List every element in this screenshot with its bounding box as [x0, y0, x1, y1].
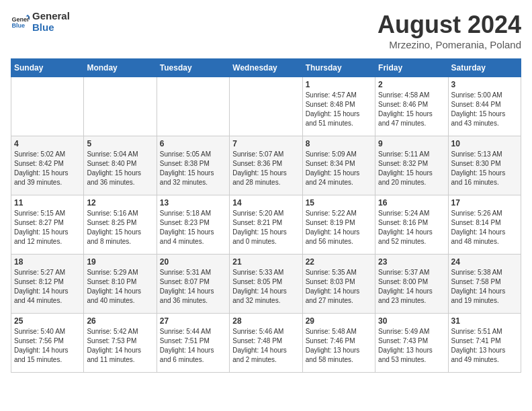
week-row-5: 25Sunrise: 5:40 AM Sunset: 7:56 PM Dayli… [11, 314, 521, 373]
day-number: 2 [378, 80, 445, 89]
day-number: 20 [160, 257, 226, 267]
day-detail: Sunrise: 5:05 AM Sunset: 8:38 PM Dayligh… [160, 150, 214, 186]
day-detail: Sunrise: 5:33 AM Sunset: 8:05 PM Dayligh… [232, 269, 287, 304]
day-number: 13 [160, 198, 226, 208]
week-row-4: 18Sunrise: 5:27 AM Sunset: 8:12 PM Dayli… [11, 255, 521, 314]
day-detail: Sunrise: 5:20 AM Sunset: 8:21 PM Dayligh… [232, 210, 287, 245]
day-number: 23 [378, 257, 445, 267]
calendar-cell: 22Sunrise: 5:35 AM Sunset: 8:03 PM Dayli… [302, 255, 375, 314]
calendar-cell: 15Sunrise: 5:22 AM Sunset: 8:19 PM Dayli… [302, 195, 375, 255]
day-number: 16 [378, 198, 445, 208]
calendar-cell: 27Sunrise: 5:44 AM Sunset: 7:51 PM Dayli… [157, 314, 229, 373]
day-number: 12 [87, 198, 153, 208]
day-detail: Sunrise: 5:44 AM Sunset: 7:51 PM Dayligh… [160, 328, 214, 363]
day-detail: Sunrise: 5:40 AM Sunset: 7:56 PM Dayligh… [14, 328, 69, 363]
day-number: 26 [87, 316, 153, 326]
day-detail: Sunrise: 5:07 AM Sunset: 8:36 PM Dayligh… [232, 150, 287, 186]
day-detail: Sunrise: 5:13 AM Sunset: 8:30 PM Dayligh… [451, 150, 506, 186]
day-detail: Sunrise: 5:15 AM Sunset: 8:27 PM Dayligh… [14, 210, 69, 245]
day-detail: Sunrise: 5:42 AM Sunset: 7:53 PM Dayligh… [87, 328, 141, 363]
day-header-friday: Friday [375, 59, 448, 77]
calendar-cell: 18Sunrise: 5:27 AM Sunset: 8:12 PM Dayli… [11, 255, 84, 314]
calendar-cell: 12Sunrise: 5:16 AM Sunset: 8:25 PM Dayli… [84, 195, 157, 255]
calendar-cell: 23Sunrise: 5:37 AM Sunset: 8:00 PM Dayli… [375, 255, 448, 314]
day-number: 28 [232, 316, 299, 326]
day-number: 17 [451, 198, 518, 208]
calendar-cell: 3Sunrise: 5:00 AM Sunset: 8:44 PM Daylig… [448, 77, 521, 136]
day-number: 27 [160, 316, 226, 326]
day-number: 22 [306, 257, 372, 267]
day-detail: Sunrise: 4:57 AM Sunset: 8:48 PM Dayligh… [306, 91, 360, 127]
day-detail: Sunrise: 5:00 AM Sunset: 8:44 PM Dayligh… [451, 91, 506, 127]
day-detail: Sunrise: 5:37 AM Sunset: 8:00 PM Dayligh… [378, 269, 433, 304]
calendar-cell: 21Sunrise: 5:33 AM Sunset: 8:05 PM Dayli… [230, 255, 302, 314]
calendar-cell: 9Sunrise: 5:11 AM Sunset: 8:32 PM Daylig… [375, 136, 448, 195]
day-number: 10 [451, 139, 518, 148]
week-row-3: 11Sunrise: 5:15 AM Sunset: 8:27 PM Dayli… [11, 195, 521, 255]
calendar-cell: 16Sunrise: 5:24 AM Sunset: 8:16 PM Dayli… [375, 195, 448, 255]
day-header-tuesday: Tuesday [157, 59, 229, 77]
day-detail: Sunrise: 5:04 AM Sunset: 8:40 PM Dayligh… [87, 150, 141, 186]
day-detail: Sunrise: 5:35 AM Sunset: 8:03 PM Dayligh… [306, 269, 360, 304]
day-number: 9 [378, 139, 445, 148]
calendar-cell: 30Sunrise: 5:49 AM Sunset: 7:43 PM Dayli… [375, 314, 448, 373]
logo-icon: General Blue [11, 13, 30, 32]
day-detail: Sunrise: 5:22 AM Sunset: 8:19 PM Dayligh… [306, 210, 360, 245]
calendar-cell: 26Sunrise: 5:42 AM Sunset: 7:53 PM Dayli… [84, 314, 157, 373]
calendar-cell [230, 77, 302, 136]
calendar-cell: 5Sunrise: 5:04 AM Sunset: 8:40 PM Daylig… [84, 136, 157, 195]
day-number: 8 [306, 139, 372, 148]
day-detail: Sunrise: 5:27 AM Sunset: 8:12 PM Dayligh… [14, 269, 69, 304]
calendar-cell: 20Sunrise: 5:31 AM Sunset: 8:07 PM Dayli… [157, 255, 229, 314]
main-title: August 2024 [378, 11, 521, 39]
day-detail: Sunrise: 5:24 AM Sunset: 8:16 PM Dayligh… [378, 210, 433, 245]
calendar-cell: 4Sunrise: 5:02 AM Sunset: 8:42 PM Daylig… [11, 136, 84, 195]
day-detail: Sunrise: 5:26 AM Sunset: 8:14 PM Dayligh… [451, 210, 506, 245]
day-number: 18 [14, 257, 81, 267]
day-detail: Sunrise: 5:09 AM Sunset: 8:34 PM Dayligh… [306, 150, 360, 186]
calendar-cell [157, 77, 229, 136]
day-number: 14 [232, 198, 299, 208]
day-number: 1 [306, 80, 372, 89]
day-header-saturday: Saturday [448, 59, 521, 77]
day-number: 6 [160, 139, 226, 148]
day-number: 25 [14, 316, 81, 326]
day-detail: Sunrise: 5:49 AM Sunset: 7:43 PM Dayligh… [378, 328, 433, 363]
day-number: 31 [451, 316, 518, 326]
calendar-cell: 2Sunrise: 4:58 AM Sunset: 8:46 PM Daylig… [375, 77, 448, 136]
day-detail: Sunrise: 5:51 AM Sunset: 7:41 PM Dayligh… [451, 328, 506, 363]
day-header-sunday: Sunday [11, 59, 84, 77]
days-header-row: SundayMondayTuesdayWednesdayThursdayFrid… [11, 59, 521, 77]
day-header-wednesday: Wednesday [230, 59, 302, 77]
calendar-cell: 17Sunrise: 5:26 AM Sunset: 8:14 PM Dayli… [448, 195, 521, 255]
calendar-cell [84, 77, 157, 136]
title-area: August 2024 Mrzezino, Pomerania, Poland [378, 11, 521, 50]
day-detail: Sunrise: 5:31 AM Sunset: 8:07 PM Dayligh… [160, 269, 214, 304]
day-number: 29 [306, 316, 372, 326]
day-detail: Sunrise: 5:02 AM Sunset: 8:42 PM Dayligh… [14, 150, 69, 186]
day-detail: Sunrise: 5:16 AM Sunset: 8:25 PM Dayligh… [87, 210, 141, 245]
calendar-cell: 13Sunrise: 5:18 AM Sunset: 8:23 PM Dayli… [157, 195, 229, 255]
week-row-1: 1Sunrise: 4:57 AM Sunset: 8:48 PM Daylig… [11, 77, 521, 136]
logo-general: General [32, 10, 70, 21]
calendar-cell: 14Sunrise: 5:20 AM Sunset: 8:21 PM Dayli… [230, 195, 302, 255]
calendar-cell: 7Sunrise: 5:07 AM Sunset: 8:36 PM Daylig… [230, 136, 302, 195]
day-header-monday: Monday [84, 59, 157, 77]
day-detail: Sunrise: 5:46 AM Sunset: 7:48 PM Dayligh… [232, 328, 287, 363]
week-row-2: 4Sunrise: 5:02 AM Sunset: 8:42 PM Daylig… [11, 136, 521, 195]
day-number: 21 [232, 257, 299, 267]
day-number: 15 [306, 198, 372, 208]
day-number: 3 [451, 80, 518, 89]
calendar-cell: 29Sunrise: 5:48 AM Sunset: 7:46 PM Dayli… [302, 314, 375, 373]
day-number: 30 [378, 316, 445, 326]
day-detail: Sunrise: 5:48 AM Sunset: 7:46 PM Dayligh… [306, 328, 360, 363]
calendar-cell: 25Sunrise: 5:40 AM Sunset: 7:56 PM Dayli… [11, 314, 84, 373]
day-header-thursday: Thursday [302, 59, 375, 77]
svg-text:Blue: Blue [11, 22, 25, 29]
day-detail: Sunrise: 5:18 AM Sunset: 8:23 PM Dayligh… [160, 210, 214, 245]
day-number: 24 [451, 257, 518, 267]
calendar-cell: 8Sunrise: 5:09 AM Sunset: 8:34 PM Daylig… [302, 136, 375, 195]
calendar-cell [11, 77, 84, 136]
day-number: 7 [232, 139, 299, 148]
calendar-cell: 19Sunrise: 5:29 AM Sunset: 8:10 PM Dayli… [84, 255, 157, 314]
